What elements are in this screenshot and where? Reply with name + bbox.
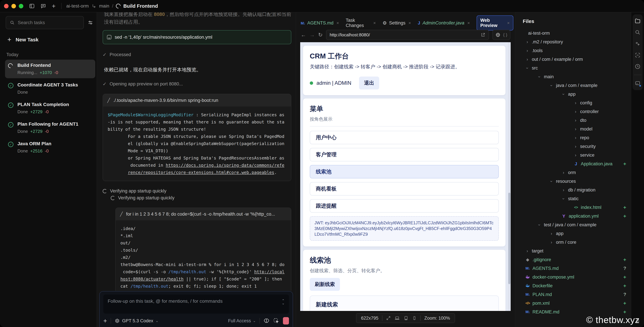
file-tree-row[interactable]: M↓ AGENTS.md ?	[515, 264, 631, 273]
chevron-right-icon[interactable]: ›	[549, 231, 554, 236]
file-tree-row[interactable]: › repo	[515, 133, 631, 142]
scrollbar-thumb[interactable]	[508, 193, 510, 284]
files-icon[interactable]	[634, 18, 641, 24]
terminal-command-header[interactable]: ╱ ./.tools/apache-maven-3.9.6/bin/mvn sp…	[103, 94, 291, 106]
reload-icon[interactable]: ↻	[318, 32, 323, 38]
breadcrumb-project[interactable]: ai-test-orm	[66, 3, 89, 9]
access-selector[interactable]: Full Access ⌄	[228, 318, 256, 324]
task-list-item[interactable]: ✓ Coordinate AGENT 3 Tasks Done	[5, 79, 95, 98]
terminal-command-header[interactable]: ╱ for i in 1 2 3 4 5 6 7 8; do code=$(cu…	[116, 208, 291, 220]
git-status-badge[interactable]: ?	[623, 292, 626, 297]
menu-item[interactable]: 线索池	[310, 165, 499, 178]
task-list-item[interactable]: ✓ Java ORM Plan Done +2516 -0	[5, 138, 95, 157]
menu-item[interactable]: 商机看板	[310, 182, 499, 196]
sidebar-toggle-icon[interactable]	[29, 3, 35, 9]
editor-tab[interactable]: ⚙ Settings ×	[382, 20, 411, 26]
devtools-icon[interactable]: { }	[503, 32, 507, 37]
url-bar[interactable]	[326, 30, 489, 40]
resize-icon[interactable]	[386, 316, 391, 321]
chevron-right-icon[interactable]: ›	[525, 39, 530, 44]
menu-item[interactable]: 用户中心	[310, 131, 499, 144]
command-chip[interactable]: sed -n '1,40p' src/main/resources/applic…	[103, 30, 291, 44]
file-tree-row[interactable]: › controller	[515, 107, 631, 116]
chevron-right-icon[interactable]: ›	[574, 153, 578, 158]
file-tree-row[interactable]: › db / migration	[515, 186, 631, 194]
file-tree-row[interactable]: › test / java / com / example	[515, 221, 631, 229]
forward-icon[interactable]: →	[310, 32, 315, 38]
chevron-right-icon[interactable]: ›	[549, 240, 554, 245]
element-picker-icon[interactable]	[273, 318, 279, 324]
desktop-device-icon[interactable]	[394, 316, 400, 321]
chevron-right-icon[interactable]: ›	[525, 66, 530, 70]
file-tree-row[interactable]: </> pom.xml +	[515, 299, 631, 308]
file-tree-row[interactable]: › dto	[515, 116, 631, 125]
comments-icon[interactable]	[40, 3, 46, 9]
git-status-badge[interactable]: +	[623, 213, 626, 219]
file-tree-row[interactable]: docker-compose.yml +	[515, 273, 631, 282]
minimize-window-button[interactable]	[12, 4, 16, 8]
file-tree-row[interactable]: J Application.java +	[515, 159, 631, 168]
file-tree-row[interactable]: › target	[515, 247, 631, 255]
stop-button[interactable]	[283, 317, 289, 325]
search-tasks-box[interactable]	[6, 16, 84, 29]
file-tree-row[interactable]: › orm / core	[515, 238, 631, 247]
breadcrumb-branch[interactable]: main	[99, 3, 109, 9]
file-tree-row[interactable]: › resources	[515, 177, 631, 186]
chevron-right-icon[interactable]: ›	[574, 109, 578, 114]
editor-tab[interactable]: Web Preview ×	[477, 15, 513, 30]
close-icon[interactable]: ×	[468, 20, 470, 26]
git-status-badge[interactable]: +	[623, 283, 626, 289]
search-tasks-input[interactable]	[18, 20, 80, 25]
preview-scrollbar[interactable]	[508, 42, 511, 311]
chat-input-box[interactable]: ⌃⌄	[103, 295, 289, 314]
file-tree-row[interactable]: › static	[515, 194, 631, 203]
editor-tab[interactable]: M↓ AGENTS.md ×	[301, 20, 339, 26]
close-window-button[interactable]	[4, 4, 8, 8]
menu-item[interactable]: 跟进提醒	[310, 199, 499, 213]
chevron-right-icon[interactable]: ›	[525, 248, 530, 254]
chat-scroll-area[interactable]: 我来直接把服务启动在 8080，然后给你可点开的本地预览链接。先确认端口配置和当…	[97, 12, 296, 291]
chevron-right-icon[interactable]: ›	[574, 100, 578, 105]
tablet-device-icon[interactable]	[404, 316, 408, 321]
close-icon[interactable]: ×	[336, 20, 339, 26]
chevron-right-icon[interactable]: ›	[537, 223, 542, 227]
file-tree-row[interactable]: › security	[515, 142, 631, 151]
chevron-right-icon[interactable]: ›	[561, 187, 566, 193]
file-tree-row[interactable]: Y application.yml +	[515, 212, 631, 221]
editor-tab[interactable]: Task Changes ×	[346, 18, 376, 28]
task-list-item[interactable]: ✓ PLAN Task Completion Done +2729 -0	[5, 99, 95, 117]
chevron-right-icon[interactable]: ›	[549, 179, 554, 183]
file-tree-row[interactable]: › app	[515, 229, 631, 238]
open-external-icon[interactable]	[481, 32, 485, 37]
file-tree-row[interactable]: Dockerfile +	[515, 282, 631, 290]
back-icon[interactable]: ←	[301, 32, 306, 38]
attach-button[interactable]: +	[103, 317, 107, 325]
panel-notification-icon[interactable]	[634, 80, 641, 86]
chevron-right-icon[interactable]: ›	[525, 57, 530, 62]
globe-icon[interactable]	[496, 32, 500, 37]
expand-input-icon[interactable]: ⌃⌄	[282, 299, 284, 305]
file-tree-row[interactable]: › app	[515, 90, 631, 98]
file-tree-row[interactable]: › .m2 / repository	[515, 37, 631, 46]
search-icon[interactable]	[634, 29, 641, 35]
chevron-right-icon[interactable]: ›	[525, 48, 530, 53]
git-status-badge[interactable]: +	[623, 257, 626, 263]
zoom-level[interactable]: Zoom: 100%	[424, 316, 450, 321]
refresh-leads-button[interactable]: 刷新线索	[310, 278, 340, 291]
history-icon[interactable]	[634, 63, 641, 70]
editor-tab[interactable]: J AdminController.java ×	[418, 20, 470, 26]
chevron-right-icon[interactable]: ›	[574, 118, 578, 123]
zoom-window-button[interactable]	[19, 4, 23, 8]
close-icon[interactable]: ×	[507, 20, 510, 26]
file-tree-row[interactable]: M↓ PLAN.md ?	[515, 290, 631, 299]
git-status-badge[interactable]: +	[623, 309, 626, 315]
chevron-right-icon[interactable]: ›	[574, 144, 578, 149]
url-input[interactable]	[330, 32, 478, 37]
scan-icon[interactable]	[634, 52, 641, 58]
git-status-badge[interactable]: +	[623, 205, 626, 210]
close-icon[interactable]: ×	[408, 20, 411, 26]
git-status-badge[interactable]: ?	[623, 266, 626, 271]
task-list-item[interactable]: ✓ Build Frontend Running... +1070 -0	[5, 60, 95, 78]
file-tree-row[interactable]: ◆ .gitignore +	[515, 255, 631, 264]
collapse-icon[interactable]	[634, 40, 641, 47]
